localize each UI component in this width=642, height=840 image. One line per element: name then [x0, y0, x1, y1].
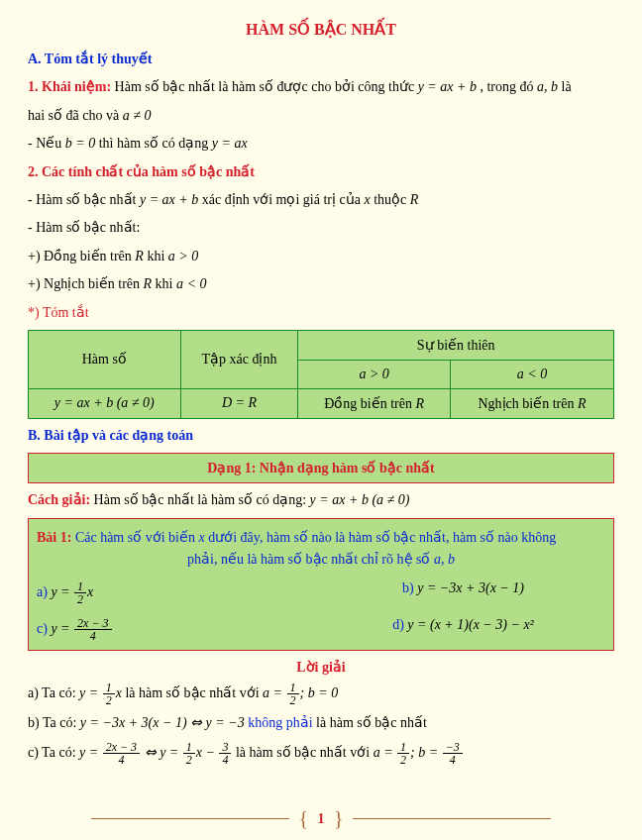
sol-a: a) Ta có: y = 12x là hàm số bậc nhất với…	[28, 682, 614, 706]
divider-left-icon	[91, 818, 289, 819]
note-a: - Nếu	[28, 136, 65, 151]
note-d: y = ax	[212, 136, 248, 151]
td-nghich-text: Nghịch biến trên	[478, 396, 577, 411]
frac-icon: −34	[443, 741, 463, 766]
option-b: b) y = −3x + 3(x − 1)	[321, 580, 605, 605]
frac-icon: 34	[219, 741, 231, 766]
opt-b-eq: y = −3x + 3(x − 1)	[417, 580, 524, 595]
brace-right-icon: }	[334, 807, 344, 829]
td-dong-r: R	[416, 396, 425, 411]
concept-ab: a, b	[537, 79, 558, 94]
th-hamso: Hàm số	[29, 330, 181, 388]
td-dong: Đồng biến trên R	[298, 388, 451, 418]
page-number-footer: { 1 }	[0, 807, 642, 830]
td-eq: y = ax + b (a ≠ 0)	[29, 388, 181, 418]
sc-mid2: là hàm số bậc nhất với	[236, 745, 374, 760]
option-a: a) y = 12x	[37, 580, 321, 605]
th-txd: Tập xác định	[180, 330, 298, 388]
frac-icon: 12	[397, 741, 409, 766]
page-title: HÀM SỐ BẬC NHẤT	[28, 20, 614, 39]
sc-ab: a = 12; b = −34	[374, 745, 464, 760]
frac-icon: 12	[103, 682, 115, 706]
bai1-t1: Các hàm số với biến	[75, 530, 199, 545]
cg-label: Cách giải:	[28, 492, 90, 507]
frac-icon: 2x − 34	[103, 741, 140, 766]
options-grid: a) y = 12x b) y = −3x + 3(x − 1) c) y = …	[37, 580, 605, 642]
note-b: b = 0	[65, 136, 95, 151]
opt-a-label: a)	[37, 584, 48, 599]
section-b-heading: B. Bài tập và các dạng toán	[28, 425, 614, 447]
p1f: R	[410, 192, 419, 207]
p3b: khi	[147, 249, 167, 263]
section-a-heading: A. Tóm tắt lý thuyết	[28, 49, 614, 70]
p4c: a < 0	[176, 276, 206, 291]
bai1-l2b: a, b	[434, 552, 455, 567]
bai-1-box: Bài 1: Các hàm số với biến x dưới đây, h…	[28, 518, 614, 652]
p1d: x	[364, 192, 370, 207]
p3a: +) Đồng biến trên	[28, 249, 135, 263]
opt-c-pre: y =	[51, 621, 73, 636]
td-dr: D = R	[180, 388, 298, 418]
sb-post: là hàm số bậc nhất	[316, 715, 427, 730]
page-number: 1	[318, 811, 325, 826]
frac-icon: 12	[74, 580, 86, 605]
sol-b: b) Ta có: y = −3x + 3(x − 1) ⇔ y = −3 kh…	[28, 712, 614, 734]
th-alt: a < 0	[450, 360, 613, 388]
p1c: xác định với mọi giá trị của	[202, 192, 365, 207]
concept-text-3: là	[562, 79, 572, 94]
divider-right-icon	[353, 818, 551, 819]
sb-pre: b) Ta có:	[28, 715, 80, 730]
th-agt: a > 0	[298, 360, 451, 388]
bai1-t2: dưới đây, hàm số nào là hàm số bậc nhất,…	[208, 530, 556, 545]
note-c: thì hàm số có dạng	[99, 136, 212, 151]
option-c: c) y = 2x − 34	[37, 617, 321, 642]
cg-eq: y = ax + b (a ≠ 0)	[310, 492, 410, 507]
opt-a-pre: y =	[51, 584, 73, 599]
dang-1-box: Dạng 1: Nhận dạng hàm số bậc nhất	[28, 453, 614, 483]
td-dong-text: Đồng biến trên	[324, 396, 415, 411]
prop-4: +) Nghịch biến trên R khi a < 0	[28, 273, 614, 295]
p3r: R	[135, 249, 144, 263]
opt-d-label: d)	[392, 617, 404, 632]
sc-eq: y = 2x − 34 ⇔ y = 12x − 34	[79, 745, 236, 760]
p4a: +) Nghịch biến trên	[28, 276, 144, 291]
sa-ab: a = 12; b = 0	[263, 685, 338, 700]
bai1-line2: phải, nếu là hàm số bậc nhất chỉ rõ hệ s…	[37, 549, 605, 571]
sc-pre: c) Ta có:	[28, 745, 79, 760]
concept-line-2: hai số đã cho và a ≠ 0	[28, 105, 614, 127]
concept-note: - Nếu b = 0 thì hàm số có dạng y = ax	[28, 133, 614, 155]
p1a: - Hàm số bậc nhất	[28, 192, 140, 207]
cg-text: Hàm số bậc nhất là hàm số có dạng:	[94, 492, 310, 507]
p1e: thuộc	[374, 192, 410, 207]
th-sbt: Sự biến thiên	[298, 330, 614, 360]
prop-1: - Hàm số bậc nhất y = ax + b xác định vớ…	[28, 189, 614, 211]
p4r: R	[144, 276, 153, 291]
bai1-label: Bài 1:	[37, 530, 71, 545]
opt-a-eq: y = 12x	[51, 584, 93, 599]
opt-c-label: c)	[37, 621, 48, 636]
opt-d-eq: y = (x + 1)(x − 3) − x²	[407, 617, 534, 632]
bai1-l2a: phải, nếu là hàm số bậc nhất chỉ rõ hệ s…	[187, 552, 434, 567]
concept-ane0: a ≠ 0	[123, 108, 152, 123]
prop-3: +) Đồng biến trên R khi a > 0	[28, 246, 614, 267]
solution-heading: Lời giải	[28, 659, 614, 676]
concept-label: 1. Khái niệm:	[28, 79, 111, 94]
concept-line-1: 1. Khái niệm: Hàm số bậc nhất là hàm số …	[28, 76, 614, 98]
concept-text-1: Hàm số bậc nhất là hàm số được cho bởi c…	[115, 79, 418, 94]
section-2-heading: 2. Các tính chất của hàm số bậc nhất	[28, 161, 614, 183]
sb-kp: không phải	[248, 715, 312, 730]
table-row: y = ax + b (a ≠ 0) D = R Đồng biến trên …	[29, 388, 614, 418]
concept-text-2: , trong đó	[480, 79, 537, 94]
summary-table: Hàm số Tập xác định Sự biến thiên a > 0 …	[28, 330, 614, 419]
bai1-head: Bài 1: Các hàm số với biến x dưới đây, h…	[37, 527, 605, 572]
frac-icon: 2x − 34	[74, 617, 111, 642]
p1b: y = ax + b	[140, 192, 198, 207]
opt-a-suf: x	[87, 584, 93, 599]
bai1-x: x	[199, 530, 205, 545]
opt-c-eq: y = 2x − 34	[51, 621, 112, 636]
p4b: khi	[156, 276, 176, 291]
brace-left-icon: {	[298, 807, 308, 829]
sb-eq: y = −3x + 3(x − 1) ⇔ y = −3	[80, 715, 248, 730]
concept-eq: y = ax + b	[418, 79, 477, 94]
option-d: d) y = (x + 1)(x − 3) − x²	[321, 617, 605, 642]
